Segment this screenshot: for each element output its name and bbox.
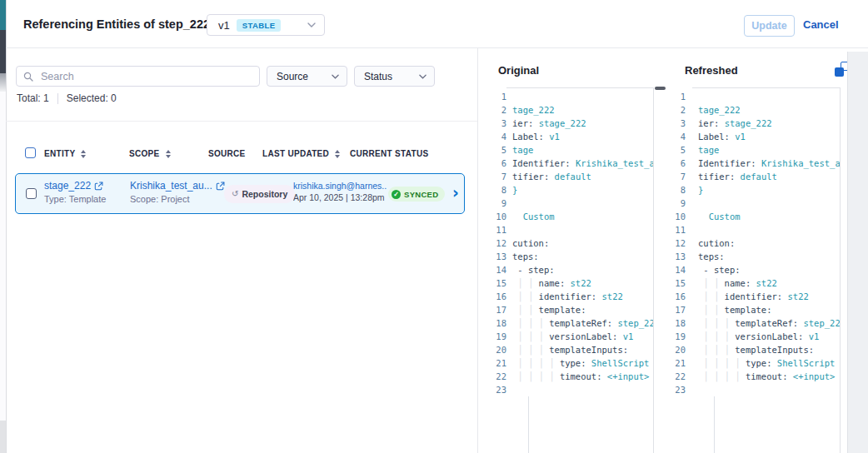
version-select[interactable]: v1 STABLE: [207, 14, 325, 36]
code-line: tage_222: [698, 103, 840, 117]
code-line: Label: v1: [512, 130, 653, 143]
code-line: teps:: [512, 250, 653, 263]
column-header-entity[interactable]: ENTITY: [44, 149, 86, 158]
code-line: │ │ template:: [512, 303, 653, 316]
code-line: teps:: [698, 250, 840, 263]
chevron-down-icon: [307, 22, 316, 27]
column-header-last-updated[interactable]: LAST UPDATED: [262, 149, 340, 158]
column-header-current-status: CURRENT STATUS: [350, 149, 428, 158]
search-icon: [23, 72, 33, 82]
code-line: │ │ name: st22: [512, 276, 653, 290]
code-line: cution:: [698, 236, 840, 250]
source-filter[interactable]: Source: [267, 66, 347, 87]
last-updated-cell: krishika.singh@harnes... Apr 10, 2025 | …: [293, 181, 387, 202]
code-line: │ │ │ │ type: ShellScript: [512, 356, 653, 370]
code-line: Identifier: Krishika_test_aut: [512, 157, 653, 170]
code-line: [512, 383, 653, 396]
nav-teal-strip: [0, 0, 6, 30]
code-line: cution:: [512, 236, 653, 250]
entity-link[interactable]: stage_222: [44, 180, 106, 192]
table-row[interactable]: stage_222 Type: Template Krishika_test_a…: [15, 173, 465, 214]
code-line: [698, 90, 840, 103]
refreshed-line-numbers: 1234567891011121314151617181920212223: [654, 90, 686, 396]
scope-sub: Scope: Project: [130, 193, 225, 206]
code-line: [512, 90, 653, 103]
panel-title-refreshed: Refreshed: [685, 64, 738, 77]
summary-divider: [57, 93, 58, 104]
code-line: Custom: [512, 210, 653, 223]
refreshed-content-edge: [840, 87, 841, 453]
page-title: Referencing Entities of step_222: [23, 17, 210, 31]
search-box[interactable]: [16, 66, 260, 87]
update-button[interactable]: Update: [744, 15, 795, 37]
code-line: │ │ │ │ timeout: <+input>: [512, 370, 653, 383]
scope-cell: Krishika_test_au... Scope: Project: [130, 180, 225, 206]
code-line: Label: v1: [698, 130, 840, 143]
original-line-numbers: 1234567891011121314151617181920212223: [477, 90, 506, 396]
referencing-entities-modal: Referencing Entities of step_222 v1 STAB…: [0, 0, 868, 453]
cancel-button[interactable]: Cancel: [803, 18, 839, 31]
entity-name: stage_222: [44, 180, 91, 192]
code-line: │ │ │ templateRef: step_222: [512, 316, 653, 330]
nav-dark-strip: [0, 30, 6, 73]
code-line: │ │ │ versionLabel: v1: [512, 330, 653, 343]
sync-source-icon: ↺: [232, 190, 238, 198]
chevron-down-icon: [419, 74, 427, 79]
sort-icon[interactable]: [335, 150, 340, 158]
sort-icon[interactable]: [166, 150, 171, 158]
chevron-down-icon: [332, 74, 339, 79]
code-line: [698, 197, 840, 210]
external-link-icon: [216, 182, 225, 191]
refreshed-code-content[interactable]: tage_222ier: stage_222Label: v1tageIdent…: [698, 90, 840, 396]
original-indent-guide-tail: [528, 396, 529, 453]
check-icon: ✓: [392, 190, 401, 199]
select-all-checkbox[interactable]: [25, 147, 36, 158]
status-filter[interactable]: Status: [354, 66, 435, 87]
code-line: }: [698, 183, 840, 197]
code-line: tifier: default: [698, 170, 840, 183]
code-line: Identifier: Krishika_test_aut: [698, 157, 840, 170]
code-line: │ │ │ templateRef: step_222: [698, 316, 840, 330]
row-checkbox[interactable]: [26, 188, 37, 199]
code-line: ier: stage_222: [698, 117, 840, 130]
scope-link[interactable]: Krishika_test_au...: [130, 180, 225, 192]
code-line: │ │ │ templateInputs:: [698, 343, 840, 356]
source-badge: ↺ Repository: [224, 185, 295, 203]
code-line: │ │ template:: [698, 303, 840, 316]
source-filter-label: Source: [277, 71, 308, 82]
search-input[interactable]: [39, 70, 252, 83]
code-line: [512, 223, 653, 236]
code-line: │ │ identifier: st22: [698, 290, 840, 303]
column-header-source: SOURCE: [208, 149, 246, 158]
filters-divider: [6, 121, 477, 122]
code-line: │ │ │ │ timeout: <+input>: [698, 370, 840, 383]
original-code-content[interactable]: tage_222ier: stage_222Label: v1tageIdent…: [512, 90, 653, 396]
column-header-scope[interactable]: SCOPE: [129, 149, 171, 158]
selected-count: Selected: 0: [67, 92, 117, 104]
code-line: - step:: [698, 263, 840, 276]
status-badge-label: SYNCED: [404, 190, 438, 199]
status-badge: ✓ SYNCED: [388, 187, 445, 202]
nav-fade-strip: [0, 73, 6, 92]
updated-by[interactable]: krishika.singh@harnes...: [293, 181, 387, 191]
chevron-right-icon[interactable]: ›: [452, 183, 459, 202]
code-line: [512, 197, 653, 210]
code-line: [698, 383, 840, 396]
code-line: tage: [698, 143, 840, 157]
refreshed-header-underline: [692, 87, 840, 88]
scrollbar-area[interactable]: [847, 52, 868, 453]
selection-summary: Total: 1 Selected: 0: [17, 92, 117, 104]
source-badge-label: Repository: [242, 189, 287, 199]
code-line: │ │ │ versionLabel: v1: [698, 330, 840, 343]
code-line: [698, 223, 840, 236]
version-label: v1: [218, 19, 230, 32]
external-link-icon: [94, 182, 103, 191]
code-line: tage: [512, 143, 653, 157]
code-line: │ │ name: st22: [698, 276, 840, 290]
code-line: tage_222: [512, 103, 653, 117]
nav-foot-strip: [0, 421, 6, 453]
code-line: Custom: [698, 210, 840, 223]
updated-at: Apr 10, 2025 | 13:28pm: [293, 192, 387, 202]
background-page-edge: [0, 0, 7, 453]
sort-icon[interactable]: [81, 150, 86, 158]
